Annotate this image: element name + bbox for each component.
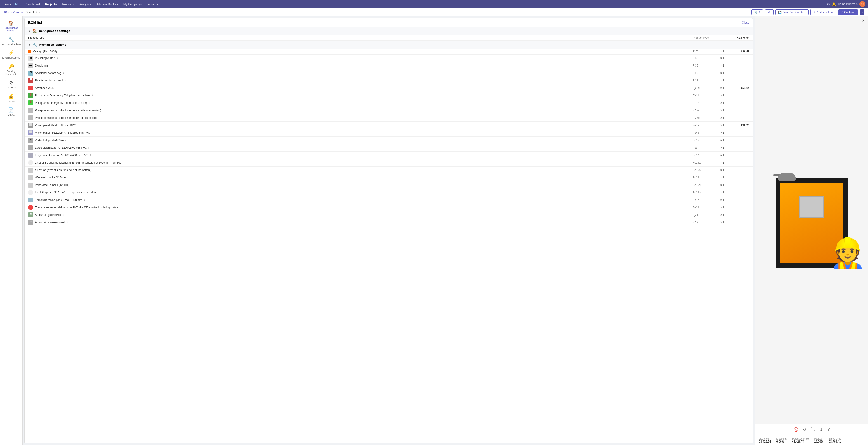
sales-price-item: Sales price €3,769.41 [829, 437, 841, 443]
row-icon: ▬ [28, 63, 33, 68]
top-navigation: nPortaDEMO Dashboard Projects Products A… [0, 0, 868, 8]
sidebar-item-mechanical[interactable]: 🔧 Mechanical options [0, 34, 22, 48]
nav-products[interactable]: Products [60, 2, 76, 7]
info-icon[interactable]: ℹ [63, 213, 64, 216]
preview-close-button[interactable]: ✕ [862, 19, 865, 23]
row-code: Fe17 [693, 199, 715, 202]
attach-button[interactable]: 📎 0 [751, 9, 763, 15]
row-icon [28, 108, 33, 113]
no-preview-icon[interactable]: 🚫 [793, 426, 799, 433]
save-icon: 💾 [778, 11, 782, 14]
sidebar-item-extra[interactable]: ⚙ Extra info [0, 78, 22, 91]
breadcrumb-info-icon[interactable]: ℹ [36, 10, 37, 14]
breadcrumb-door: Door 1 [26, 10, 34, 14]
nav-analytics[interactable]: Analytics [77, 2, 93, 7]
bom-close-button[interactable]: Close [742, 21, 749, 24]
save-config-button[interactable]: 💾 Save Configuration [775, 9, 809, 15]
row-name: Large vision panel +/- 1200x2400 mm PVC … [35, 146, 693, 149]
row-code: Fe4b [693, 131, 715, 135]
preview-image-area: 👷 [755, 16, 868, 424]
row-qty: × 1 [715, 101, 729, 105]
row-name: Phosphorescent strip for Emergency (oppo… [35, 116, 693, 119]
nav-projects[interactable]: Projects [43, 2, 59, 7]
home-icon: 🏠 [8, 20, 14, 26]
row-qty: × 1 [715, 213, 729, 216]
info-icon[interactable]: ℹ [68, 139, 68, 142]
nav-address-books[interactable]: Address Books [94, 2, 120, 7]
row-code: Fi22 [693, 71, 715, 75]
row-code: Fi21 [693, 79, 715, 82]
reset-view-icon[interactable]: ↺ [802, 426, 807, 433]
info-icon[interactable]: ℹ [57, 57, 58, 59]
table-row: ▬ Dynalumin Fi35 × 1 [25, 62, 753, 69]
row-qty: × 1 [715, 206, 729, 209]
door-visualization: 👷 [776, 173, 848, 268]
settings-icon[interactable]: ⚙ [827, 2, 830, 6]
help-icon[interactable]: ? [827, 426, 831, 433]
row-qty: × 1 [715, 109, 729, 112]
info-icon[interactable]: ℹ [63, 72, 64, 75]
row-code: Fi30 [693, 57, 715, 60]
info-icon[interactable]: ℹ [90, 154, 91, 156]
nav-dashboard[interactable]: Dashboard [23, 2, 42, 7]
pricing-icon: 💰 [8, 94, 14, 99]
row-icon: ≡ [28, 138, 33, 143]
avatar[interactable]: GE [860, 1, 865, 7]
row-qty: × 1 [715, 169, 729, 172]
row-name: Perforated Lamella (125mm) [35, 183, 693, 187]
nav-admin[interactable]: Admin [146, 2, 160, 7]
fit-view-icon[interactable]: ⛶ [810, 426, 816, 433]
row-code: Fj32 [693, 221, 715, 224]
row-code: Fe16e [693, 191, 715, 194]
row-code: Fe4a [693, 124, 715, 127]
mechanical-toggle[interactable]: ▼ [28, 43, 31, 46]
sidebar-label-mechanical: Mechanical options [2, 43, 21, 46]
row-name: full vision (except 4 on top and 2 at th… [35, 169, 693, 172]
row-qty: × 1 [715, 154, 729, 157]
sidebar-label-configuration: Configuration settings [1, 27, 22, 32]
row-qty: × 1 [715, 94, 729, 97]
continue-button[interactable]: ✓ Continue [838, 9, 858, 15]
checkmark-icon: ✓ [841, 11, 843, 14]
row-code: Fi37a [693, 109, 715, 112]
discount-value: 0.00% [776, 440, 786, 443]
list-price-item: List price: €3,426.74 [759, 437, 771, 443]
breadcrumb-expand-icon[interactable]: ⇌ [39, 10, 41, 14]
config-section-label: Configuration settings [39, 29, 70, 33]
row-name: Window Lamella (125mm) [35, 176, 693, 179]
info-icon[interactable]: ℹ [67, 221, 68, 224]
info-icon[interactable]: ℹ [92, 131, 92, 134]
sidebar-item-output[interactable]: 📄 Output [0, 105, 22, 119]
row-qty: × 1 [715, 199, 729, 202]
add-item-button[interactable]: ＋ Add new Item [810, 9, 836, 16]
purchase-price-item: Purchase price €3,426.74 [792, 437, 809, 443]
config-toggle[interactable]: ▼ [28, 30, 31, 32]
info-icon[interactable]: ℹ [89, 101, 90, 104]
info-icon[interactable]: ℹ [84, 199, 85, 201]
row-qty: × 1 [715, 191, 729, 194]
bom-scroll-area[interactable]: ▼ 🏠 Configuration settings Product Type … [25, 27, 753, 443]
info-icon[interactable]: ℹ [88, 146, 89, 149]
row-qty: × 1 [715, 57, 729, 60]
notification-icon[interactable]: 🔔 [832, 2, 836, 6]
print-button[interactable]: 🖨 [765, 9, 774, 15]
row-name: Air curtain stainless steel ℹ [35, 221, 693, 224]
row-code: Fj31 [693, 213, 715, 216]
row-code: Fe16b [693, 169, 715, 172]
sidebar-item-pricing[interactable]: 💰 Pricing [0, 91, 22, 105]
continue-split-button[interactable]: ▾ [860, 9, 864, 15]
info-icon[interactable]: ℹ [65, 79, 66, 82]
row-qty: × 1 [715, 161, 729, 164]
row-icon: ✦ [28, 86, 33, 90]
nav-my-company[interactable]: My Company [121, 2, 145, 7]
sidebar-item-electrical[interactable]: ⚡ Electrical Options [0, 48, 22, 62]
table-row: Large vision panel +/- 1200x2400 mm PVC … [25, 144, 753, 152]
breadcrumb-project[interactable]: 1055 - Verania [4, 10, 23, 14]
info-icon[interactable]: ℹ [78, 124, 79, 127]
info-icon[interactable]: ℹ [92, 94, 93, 97]
sidebar-item-configuration[interactable]: 🏠 Configuration settings [0, 18, 22, 34]
download-icon[interactable]: ⬇ [818, 426, 824, 433]
row-icon: ▀ [28, 78, 33, 83]
preview-panel: ✕ 👷 [755, 16, 868, 445]
sidebar-item-opening[interactable]: 🔑 Opening Commands [0, 62, 22, 78]
